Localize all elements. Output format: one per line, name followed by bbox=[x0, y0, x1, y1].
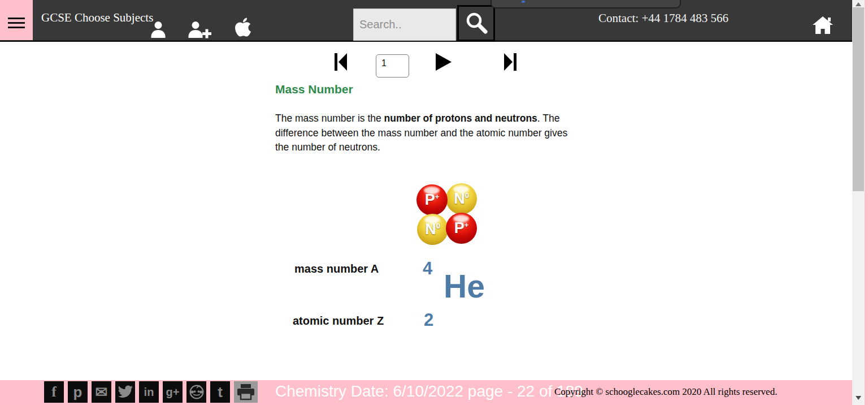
ball-label: N bbox=[425, 221, 436, 238]
header-bar: GCSE Choose Subjects Contact: +44 1784 4… bbox=[0, 0, 865, 42]
user-icon[interactable] bbox=[149, 20, 167, 38]
pinterest-icon[interactable]: p bbox=[68, 381, 88, 403]
proton-ball: P+ bbox=[416, 184, 448, 216]
neutron-ball: N0 bbox=[417, 214, 448, 245]
slide-heading: Mass Number bbox=[275, 83, 353, 96]
twitter-bird-icon bbox=[118, 385, 133, 399]
page: GCSE Choose Subjects Contact: +44 1784 4… bbox=[0, 0, 868, 405]
scrollbar[interactable] bbox=[852, 0, 865, 405]
printer-icon bbox=[236, 384, 255, 400]
next-page-button[interactable] bbox=[436, 53, 452, 71]
nucleus-diagram: P+ N0 N0 P+ bbox=[415, 183, 478, 245]
ball-sup: 0 bbox=[436, 222, 440, 230]
mass-number-label: mass number A bbox=[294, 262, 379, 275]
paragraph-text: The mass number is the bbox=[275, 113, 384, 124]
mass-number-value: 4 bbox=[423, 258, 432, 279]
google-plus-glyph: g+ bbox=[166, 386, 180, 399]
atomic-number-label: atomic number Z bbox=[293, 314, 384, 328]
ball-sup: + bbox=[435, 192, 440, 201]
paragraph-bold-text: number of protons and neutrons bbox=[384, 113, 537, 124]
page-number-input[interactable] bbox=[376, 54, 409, 77]
first-page-button[interactable] bbox=[334, 53, 347, 71]
scrollbar-thumb[interactable] bbox=[853, 7, 864, 191]
slide-paragraph: The mass number is the number of protons… bbox=[275, 111, 576, 155]
social-icons: f p ✉ in g+ t bbox=[44, 381, 262, 403]
google-plus-icon[interactable]: g+ bbox=[163, 381, 183, 403]
neutron-ball: N0 bbox=[446, 183, 477, 214]
ball-label: P bbox=[425, 191, 435, 208]
footer-copyright: Copyright © schooglecakes.com 2020 All r… bbox=[554, 386, 777, 398]
linkedin-icon[interactable]: in bbox=[139, 381, 159, 403]
reddit-alien-icon bbox=[189, 384, 205, 400]
email-glyph: ✉ bbox=[96, 384, 108, 401]
facebook-icon[interactable]: f bbox=[44, 381, 64, 403]
menu-button[interactable] bbox=[0, 0, 33, 40]
site-title: GCSE Choose Subjects bbox=[41, 11, 153, 25]
ball-label: N bbox=[454, 190, 465, 207]
page-edge-strip bbox=[865, 0, 868, 405]
twitter-icon[interactable] bbox=[115, 381, 135, 403]
user-add-icon[interactable] bbox=[187, 20, 213, 38]
ball-label: P bbox=[454, 219, 465, 236]
footer-status-text: Chemistry Date: 6/10/2022 page - 22 of 1… bbox=[275, 382, 583, 400]
ball-sup: 0 bbox=[465, 191, 469, 200]
scrollbar-up-arrow[interactable] bbox=[856, 2, 861, 6]
search-button[interactable] bbox=[457, 5, 495, 41]
apple-icon[interactable] bbox=[233, 16, 253, 38]
proton-ball: P+ bbox=[446, 213, 477, 244]
atomic-number-value: 2 bbox=[424, 310, 433, 330]
scrollbar-down-arrow[interactable] bbox=[856, 396, 861, 400]
tooltip-remnant bbox=[491, 0, 681, 8]
facebook-glyph: f bbox=[51, 384, 57, 400]
pinterest-glyph: p bbox=[73, 384, 83, 401]
tooltip-dot-icon bbox=[522, 1, 525, 3]
search-input[interactable] bbox=[353, 8, 456, 41]
linkedin-glyph: in bbox=[144, 386, 154, 399]
ball-sup: + bbox=[465, 221, 469, 229]
home-icon[interactable] bbox=[812, 15, 834, 35]
last-page-button[interactable] bbox=[504, 53, 517, 71]
reddit-icon[interactable] bbox=[186, 381, 206, 403]
tumblr-icon[interactable]: t bbox=[210, 381, 230, 403]
search-icon bbox=[464, 11, 489, 36]
contact-phone: Contact: +44 1784 483 566 bbox=[598, 11, 728, 25]
print-icon[interactable] bbox=[234, 381, 258, 403]
element-symbol: He bbox=[444, 270, 485, 303]
tumblr-glyph: t bbox=[218, 384, 223, 401]
email-icon[interactable]: ✉ bbox=[92, 381, 111, 403]
